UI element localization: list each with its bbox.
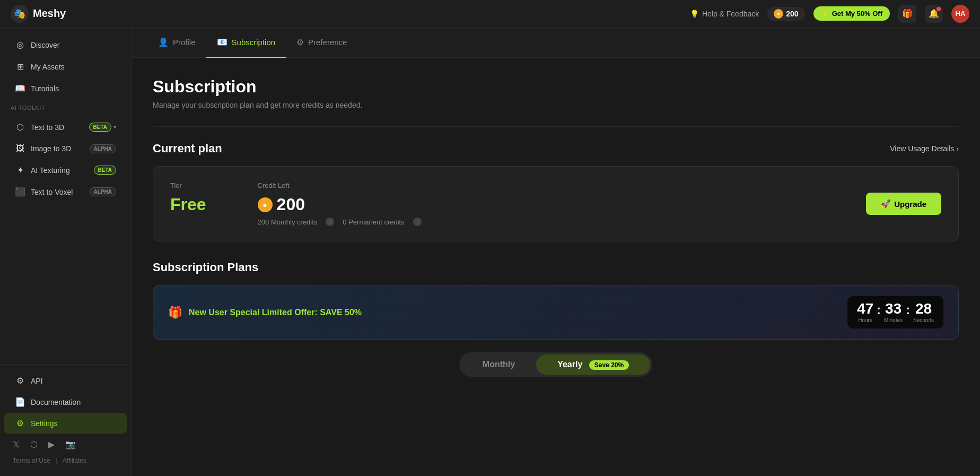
sidebar-item-label: Text to Voxel xyxy=(31,188,73,196)
gift-button[interactable]: 🎁 xyxy=(898,5,916,23)
gift-icon: 🎁 xyxy=(902,8,913,19)
bolt-icon: ⚡ xyxy=(821,10,829,18)
beta-badge-texturing: BETA xyxy=(94,166,116,175)
sidebar-item-label: Text to 3D xyxy=(31,123,64,132)
youtube-icon[interactable]: ▶ xyxy=(48,439,55,449)
preference-tab-label: Preference xyxy=(308,38,347,47)
offer-text: New User Special Limited Offer: SAVE 50% xyxy=(189,308,362,317)
discover-icon: ◎ xyxy=(15,40,25,50)
alpha-badge: ALPHA xyxy=(90,144,116,153)
terms-of-use-link[interactable]: Terms of Use xyxy=(13,457,50,464)
billing-toggle: Monthly Yearly Save 20% xyxy=(459,352,652,377)
plans-section-title: Subscription Plans xyxy=(153,261,959,274)
profile-tab-icon: 👤 xyxy=(158,37,169,47)
credit-coin-icon: ● xyxy=(258,197,273,212)
sidebar-item-label: Image to 3D xyxy=(31,144,71,153)
header: 🎭 Meshy 💡 Help & Feedback ● 200 ⚡ Get My… xyxy=(0,0,980,28)
credit-col: Credit Left ● 200 200 Monthly credits i xyxy=(258,181,422,226)
tab-profile[interactable]: 👤 Profile xyxy=(147,28,206,58)
sidebar-item-label: Tutorials xyxy=(31,84,59,93)
help-feedback-button[interactable]: 💡 Help & Feedback xyxy=(690,10,759,18)
countdown-sep-2: : xyxy=(906,304,910,322)
api-icon: ⚙ xyxy=(15,376,25,386)
tab-subscription[interactable]: 📧 Subscription xyxy=(206,28,286,58)
my-assets-icon: ⊞ xyxy=(15,62,25,72)
header-right: 💡 Help & Feedback ● 200 ⚡ Get My 50% Off… xyxy=(690,5,969,23)
sidebar-item-label: API xyxy=(31,377,43,385)
profile-tab-label: Profile xyxy=(173,38,196,47)
page-title: Subscription xyxy=(153,77,959,97)
tier-value: Free xyxy=(170,195,206,214)
sidebar-item-my-assets[interactable]: ⊞ My Assets xyxy=(4,56,127,77)
upgrade-button[interactable]: 🚀 Upgrade xyxy=(866,193,941,215)
page-body: Subscription Manage your subscription pl… xyxy=(132,58,980,412)
tier-label: Tier xyxy=(170,181,206,189)
chevron-right-icon: › xyxy=(956,144,959,153)
sidebar-item-ai-texturing[interactable]: ✦ AI Texturing BETA xyxy=(4,160,127,180)
sidebar-item-text-to-voxel[interactable]: ⬛ Text to Voxel ALPHA xyxy=(4,181,127,202)
tab-preference[interactable]: ⚙ Preference xyxy=(286,28,357,58)
help-label: Help & Feedback xyxy=(702,10,759,18)
sidebar-item-tutorials[interactable]: 📖 Tutorials xyxy=(4,78,127,99)
current-plan-header: Current plan View Usage Details › xyxy=(153,142,959,155)
subscription-tab-icon: 📧 xyxy=(217,37,228,47)
yearly-toggle-button[interactable]: Yearly Save 20% xyxy=(536,354,650,375)
image-to-3d-icon: 🖼 xyxy=(15,144,25,153)
view-usage-link[interactable]: View Usage Details › xyxy=(890,144,959,153)
tier-col: Tier Free xyxy=(170,181,206,214)
discord-icon[interactable]: ⬡ xyxy=(30,439,38,449)
sidebar-item-documentation[interactable]: 📄 Documentation xyxy=(4,392,127,412)
tabs-bar: 👤 Profile 📧 Subscription ⚙ Preference xyxy=(132,28,980,58)
help-icon: 💡 xyxy=(690,10,699,18)
save-badge: Save 20% xyxy=(589,360,629,370)
credit-amount: ● 200 xyxy=(258,195,422,214)
preference-tab-icon: ⚙ xyxy=(296,37,304,47)
credits-badge[interactable]: ● 200 xyxy=(767,7,804,21)
main-layout: ◎ Discover ⊞ My Assets 📖 Tutorials AI To… xyxy=(0,28,980,476)
social-icons: 𝕏 ⬡ ▶ 📷 xyxy=(0,434,131,455)
sidebar-item-label: Documentation xyxy=(31,398,81,406)
monthly-toggle-button[interactable]: Monthly xyxy=(461,354,536,375)
avatar-initials: HA xyxy=(956,10,966,18)
section-divider xyxy=(153,126,959,127)
sidebar-item-settings[interactable]: ⚙ Settings xyxy=(4,413,127,434)
instagram-icon[interactable]: 📷 xyxy=(65,439,76,449)
sidebar: ◎ Discover ⊞ My Assets 📖 Tutorials AI To… xyxy=(0,28,132,476)
alpha-badge-voxel: ALPHA xyxy=(90,187,116,196)
countdown-sep-1: : xyxy=(877,304,881,322)
notification-dot xyxy=(937,7,941,11)
settings-icon: ⚙ xyxy=(15,418,25,428)
offer-left: 🎁 New User Special Limited Offer: SAVE 5… xyxy=(168,306,362,319)
ai-texturing-icon: ✦ xyxy=(15,165,25,175)
notification-button[interactable]: 🔔 xyxy=(925,5,943,23)
get-discount-button[interactable]: ⚡ Get My 50% Off xyxy=(813,6,890,21)
tutorials-icon: 📖 xyxy=(15,83,25,93)
text-to-3d-icon: ⬡ xyxy=(15,122,25,132)
logo-icon: 🎭 xyxy=(11,5,29,23)
offer-banner: 🎁 New User Special Limited Offer: SAVE 5… xyxy=(153,285,959,340)
subscription-tab-label: Subscription xyxy=(232,38,276,47)
countdown-seconds: 28 Seconds xyxy=(913,301,934,323)
sidebar-item-label: My Assets xyxy=(31,63,65,71)
plan-info: Tier Free Credit Left ● 200 200 xyxy=(170,181,422,226)
permanent-credits-text: 0 Permanent credits xyxy=(343,218,404,226)
plan-divider xyxy=(232,181,232,226)
sidebar-item-api[interactable]: ⚙ API xyxy=(4,370,127,391)
twitter-icon[interactable]: 𝕏 xyxy=(13,439,20,449)
sidebar-item-image-to-3d[interactable]: 🖼 Image to 3D ALPHA xyxy=(4,139,127,159)
sidebar-item-text-to-3d[interactable]: ⬡ Text to 3D BETA ▾ xyxy=(4,117,127,137)
info-icon-2[interactable]: i xyxy=(413,218,422,226)
credit-details: 200 Monthly credits i 0 Permanent credit… xyxy=(258,218,422,226)
page-subtitle: Manage your subscription plan and get mo… xyxy=(153,101,959,109)
affiliates-link[interactable]: Affiliates xyxy=(63,457,86,464)
sidebar-bottom: ⚙ API 📄 Documentation ⚙ Settings 𝕏 ⬡ ▶ 📷… xyxy=(0,364,131,470)
countdown-hours: 47 Hours xyxy=(857,301,873,323)
logo[interactable]: 🎭 Meshy xyxy=(11,5,66,23)
avatar-button[interactable]: HA xyxy=(951,5,969,23)
countdown-minutes: 33 Minutes xyxy=(884,301,903,323)
info-icon[interactable]: i xyxy=(326,218,334,226)
sidebar-item-discover[interactable]: ◎ Discover xyxy=(4,34,127,55)
sidebar-item-label: AI Texturing xyxy=(31,166,70,175)
rocket-icon: 🚀 xyxy=(881,199,891,209)
coin-icon: ● xyxy=(774,9,783,19)
